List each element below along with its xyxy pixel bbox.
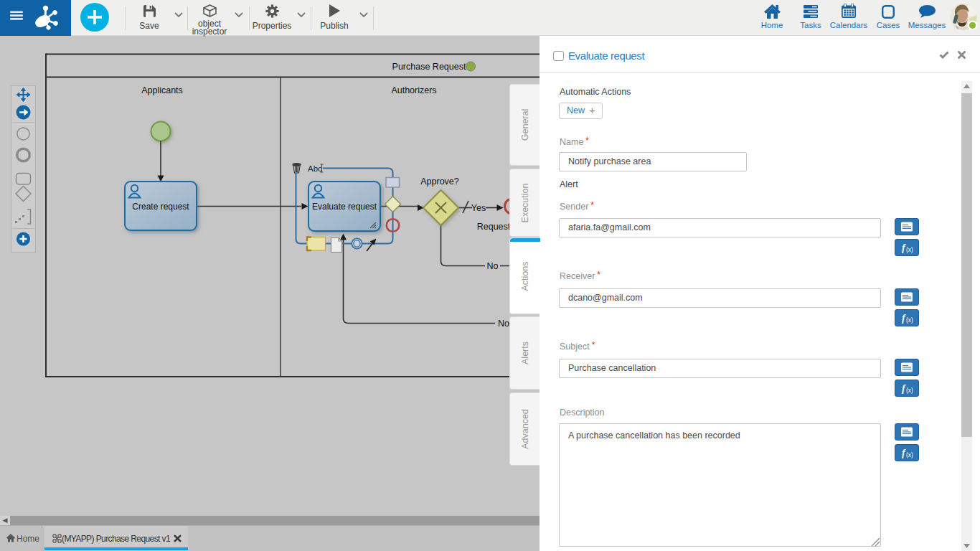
svg-text:Evaluate request: Evaluate request bbox=[312, 202, 377, 212]
svg-text:No: No bbox=[487, 261, 499, 271]
svg-text:No: No bbox=[498, 319, 509, 329]
svg-text:Yes: Yes bbox=[471, 203, 486, 213]
svg-text:Authorizers: Authorizers bbox=[391, 85, 436, 95]
svg-text:(x): (x) bbox=[906, 316, 913, 324]
svg-text:Abc: Abc bbox=[308, 164, 322, 173]
svg-text:(x): (x) bbox=[906, 387, 913, 394]
svg-text:(x): (x) bbox=[906, 246, 913, 253]
svg-text:Applicants: Applicants bbox=[141, 85, 183, 95]
svg-text:(x): (x) bbox=[906, 451, 913, 458]
svg-text:Create request: Create request bbox=[132, 202, 189, 212]
svg-text:Approve?: Approve? bbox=[420, 176, 459, 187]
svg-text:Request: Request bbox=[477, 222, 511, 232]
svg-text:Purchase Request: Purchase Request bbox=[392, 62, 466, 72]
